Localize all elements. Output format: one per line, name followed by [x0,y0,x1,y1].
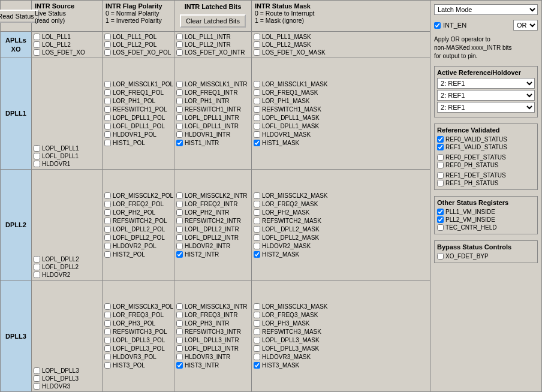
dpll1-mask-refswitch-cb[interactable] [254,106,260,113]
dpll2-lat-hist[interactable]: HIST2_INTR [176,251,249,258]
dpll1-flag-hldovr-cb[interactable] [104,131,111,138]
xo-fdet-row[interactable]: XO_FDET_BYP [437,252,535,260]
dpll2-lat-lofl-cb[interactable] [176,234,183,241]
dpll2-lat-hldovr-cb[interactable] [176,243,183,249]
dpll3-flag-lofl-cb[interactable] [104,345,111,352]
dpll1-lat-hldovr-cb[interactable] [176,131,183,138]
aplls-lat-lol-pll2[interactable]: LOL_PLL2_INTR [176,41,249,49]
ref1-ph-row[interactable]: REF1_PH_STATUS [437,179,535,187]
aplls-flag-lol-pll2[interactable]: LOL_PLL2_POL [104,41,172,49]
dpll1-mask-lopl[interactable]: LOPL_DPLL1_MASK [254,114,333,122]
dpll1-lat-lor-ph-cb[interactable] [176,98,183,104]
dpll2-lat-refswitch-cb[interactable] [176,218,183,224]
dpll2-mask-lofl[interactable]: LOFL_DPLL2_MASK [254,234,333,242]
dpll3-lat-lor-missclk[interactable]: LOR_MISSCLK3_INTR [176,303,249,310]
dpll3-lat-lor-freq-cb[interactable] [176,312,183,318]
dpll3-mask-hist-cb[interactable] [254,362,260,369]
dpll2-flag-hldovr[interactable]: HLDOVR2_POL [104,242,172,250]
dpll2-flag-lor-ph[interactable]: LOR_PH2_POL [104,209,172,216]
dpll3-lat-refswitch-cb[interactable] [176,328,183,335]
dpll3-mask-lor-missclk[interactable]: LOR_MISSCLK3_MASK [254,303,333,310]
dpll1-lat-lor-ph[interactable]: LOR_PH1_INTR [176,97,249,105]
dpll3-source-lofl[interactable]: LOFL_DPLL3 [34,375,100,382]
dpll2-flag-lofl[interactable]: LOFL_DPLL2_POL [104,234,172,242]
dpll3-flag-lor-ph-cb[interactable] [104,320,111,327]
tec-cntr-cb[interactable] [437,224,444,231]
dpll1-lat-refswitch[interactable]: REFSWITCH1_INTR [176,105,249,113]
active-ref-select-1[interactable]: 2: REF1 [437,78,535,89]
dpll3-mask-refswitch[interactable]: REFSWITCH3_MASK [254,328,333,336]
dpll2-source-lofl-cb[interactable] [34,264,40,270]
dpll3-lat-hist[interactable]: HIST3_INTR [176,361,249,369]
dpll1-lat-lor-freq-cb[interactable] [176,89,183,96]
dpll1-mask-refswitch[interactable]: REFSWITCH1_MASK [254,105,333,113]
dpll3-flag-lor-ph[interactable]: LOR_PH3_POL [104,319,172,327]
dpll2-source-lopl[interactable]: LOPL_DPLL2 [34,255,100,263]
int-en-checkbox[interactable] [434,22,441,29]
aplls-flag-los-fdet[interactable]: LOS_FDET_XO_POL [104,49,172,56]
dpll1-flag-lor-freq[interactable]: LOR_FREQ1_POL [104,89,172,97]
dpll3-mask-hldovr-cb[interactable] [254,354,260,360]
dpll2-mask-lor-missclk[interactable]: LOR_MISSCLK2_MASK [254,192,333,200]
dpll2-lat-lopl-cb[interactable] [176,226,183,233]
aplls-source-lol-pll1[interactable]: LOL_PLL1 [34,33,100,41]
dpll1-lat-lofl-cb[interactable] [176,123,183,129]
dpll2-flag-lopl[interactable]: LOPL_DPLL2_POL [104,225,172,233]
dpll2-flag-lor-freq[interactable]: LOR_FREQ2_POL [104,200,172,208]
dpll3-lat-lopl-cb[interactable] [176,337,183,343]
aplls-mask-lol-pll2[interactable]: LOL_PLL2_MASK [254,41,333,49]
pll1-vm-cb[interactable] [437,209,444,215]
dpll3-lat-lor-ph-cb[interactable] [176,320,183,327]
xo-fdet-cb[interactable] [437,253,444,260]
dpll2-mask-lor-ph[interactable]: LOR_PH2_MASK [254,209,333,216]
dpll3-mask-lor-ph[interactable]: LOR_PH3_MASK [254,319,333,327]
dpll2-mask-lor-ph-cb[interactable] [254,209,260,216]
dpll1-lat-refswitch-cb[interactable] [176,106,183,113]
dpll1-lat-hldovr[interactable]: HLDOVR1_INTR [176,131,249,138]
dpll1-flag-lopl[interactable]: LOPL_DPLL1_POL [104,114,172,122]
ref0-fdet-row[interactable]: REF0_FDET_STATUS [437,153,535,161]
aplls-source-lol-pll2-cb[interactable] [34,41,40,48]
dpll2-flag-lor-freq-cb[interactable] [104,201,111,207]
ref1-fdet-cb[interactable] [437,172,444,179]
or-select[interactable]: OR [513,20,538,31]
latch-mode-select[interactable]: Latch Mode [434,4,538,15]
dpll2-mask-lor-freq[interactable]: LOR_FREQ2_MASK [254,200,333,208]
dpll3-source-hldovr[interactable]: HLDOVR3 [34,382,100,390]
dpll1-lat-lofl[interactable]: LOFL_DPLL1_INTR [176,122,249,130]
dpll3-mask-lor-ph-cb[interactable] [254,320,260,327]
dpll3-flag-hist[interactable]: HIST3_POL [104,361,172,369]
dpll2-lat-lofl[interactable]: LOFL_DPLL2_INTR [176,234,249,242]
dpll1-flag-lopl-cb[interactable] [104,114,111,121]
dpll3-flag-hldovr[interactable]: HLDOVR3_POL [104,353,172,361]
aplls-flag-los-fdet-cb[interactable] [104,49,111,56]
dpll1-lat-lopl[interactable]: LOPL_DPLL1_INTR [176,114,249,122]
aplls-mask-los-fdet[interactable]: LOS_FDET_XO_MASK [254,49,333,56]
aplls-mask-lol-pll2-cb[interactable] [254,41,260,48]
dpll1-mask-lor-ph-cb[interactable] [254,98,260,104]
ref0-fdet-cb[interactable] [437,154,444,161]
pll2-vm-cb[interactable] [437,216,444,223]
dpll3-mask-lopl-cb[interactable] [254,337,260,343]
dpll2-flag-hldovr-cb[interactable] [104,243,111,249]
dpll3-flag-hist-cb[interactable] [104,362,111,369]
dpll3-flag-lofl[interactable]: LOFL_DPLL3_POL [104,345,172,352]
dpll2-flag-lor-missclk-cb[interactable] [104,192,111,199]
dpll3-mask-refswitch-cb[interactable] [254,328,260,335]
ref1-valid-row[interactable]: REF1_VALID_STATUS [437,143,535,151]
dpll2-lat-lor-missclk-cb[interactable] [176,192,183,199]
dpll1-lat-lor-missclk[interactable]: LOR_MISSCLK1_INTR [176,80,249,88]
dpll3-flag-lor-freq[interactable]: LOR_FREQ3_POL [104,311,172,319]
dpll1-mask-lopl-cb[interactable] [254,114,260,121]
dpll2-mask-lopl-cb[interactable] [254,226,260,233]
dpll1-source-hldovr-cb[interactable] [34,161,40,167]
aplls-lat-lol-pll1-cb[interactable] [176,34,183,40]
dpll2-flag-lor-ph-cb[interactable] [104,209,111,216]
aplls-source-lol-pll2[interactable]: LOL_PLL2 [34,41,100,49]
dpll2-lat-lor-freq[interactable]: LOR_FREQ2_INTR [176,200,249,208]
dpll1-source-lopl[interactable]: LOPL_DPLL1 [34,144,100,152]
dpll2-mask-lofl-cb[interactable] [254,234,260,241]
dpll3-flag-refswitch[interactable]: REFSWITCH3_POL [104,328,172,336]
dpll1-lat-lor-freq[interactable]: LOR_FREQ1_INTR [176,89,249,97]
dpll2-mask-hist[interactable]: HIST2_MASK [254,251,333,258]
